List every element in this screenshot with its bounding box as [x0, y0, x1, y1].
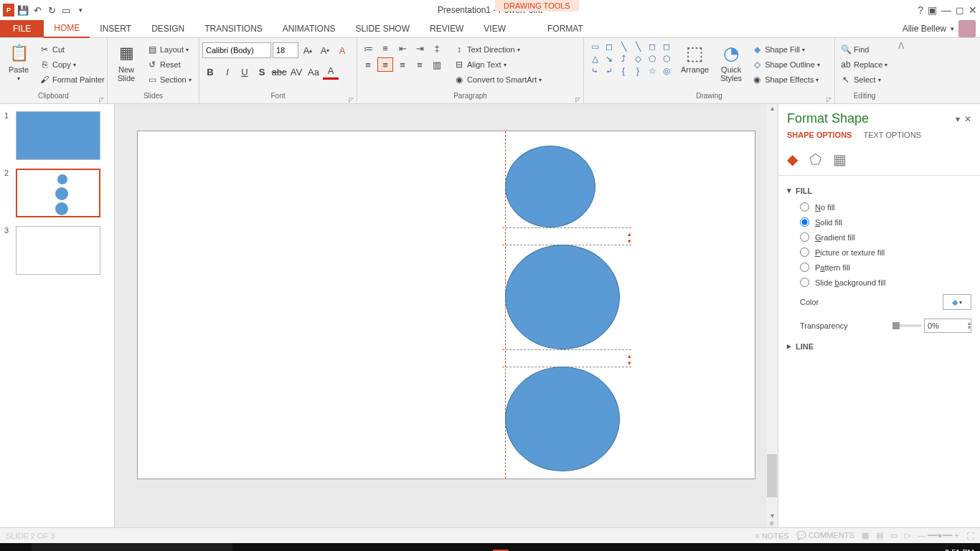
slideshow-icon[interactable]: ▭: [60, 4, 72, 16]
justify-icon[interactable]: ≡: [412, 57, 428, 72]
tab-design[interactable]: DESIGN: [141, 20, 194, 37]
shape-effects-button[interactable]: ◉Shape Effects▾: [749, 72, 822, 87]
decrease-font-icon[interactable]: A▾: [317, 42, 333, 58]
convert-smartart-button[interactable]: ◉Convert to SmartArt▾: [451, 72, 544, 87]
undo-icon[interactable]: ↶: [32, 4, 43, 16]
tab-home[interactable]: HOME: [44, 19, 90, 38]
avatar[interactable]: [958, 20, 976, 37]
bullets-icon[interactable]: ≔: [360, 41, 376, 55]
align-text-button[interactable]: ⊟Align Text▾: [451, 57, 544, 72]
maximize-icon[interactable]: ◻: [956, 4, 964, 16]
shape-oval-3[interactable]: [505, 367, 620, 471]
thumbnail-2[interactable]: 2: [4, 169, 110, 217]
help-icon[interactable]: ?: [918, 4, 923, 16]
no-fill-radio[interactable]: NNo fillo fill: [787, 199, 971, 215]
comments-button[interactable]: 💬 COMMENTS: [796, 531, 854, 540]
edge-icon[interactable]: e: [296, 543, 327, 551]
tab-animations[interactable]: ANIMATIONS: [273, 20, 346, 37]
close-icon[interactable]: ✕: [969, 4, 977, 16]
char-spacing-icon[interactable]: AV: [288, 64, 304, 80]
shape-fill-button[interactable]: ◆Shape Fill▾: [749, 42, 822, 57]
pane-close-icon[interactable]: ✕: [964, 114, 971, 124]
shape-options-tab[interactable]: SHAPE OPTIONS: [787, 131, 852, 142]
outlook-icon[interactable]: ✉: [390, 543, 422, 551]
tab-review[interactable]: REVIEW: [420, 20, 473, 37]
user-name[interactable]: Allie Bellew: [903, 24, 946, 34]
cut-button[interactable]: ✂Cut: [37, 42, 107, 57]
transparency-input[interactable]: 0%▴▾: [924, 319, 971, 333]
tab-slideshow[interactable]: SLIDE SHOW: [346, 20, 420, 37]
new-slide-button[interactable]: ▦ New Slide: [110, 39, 142, 85]
align-left-icon[interactable]: ≡: [360, 57, 376, 72]
increase-indent-icon[interactable]: ⇥: [412, 41, 428, 55]
shadow-button[interactable]: S: [254, 64, 270, 80]
shape-oval-2[interactable]: [505, 245, 620, 349]
find-button[interactable]: 🔍Find: [838, 42, 890, 57]
increase-font-icon[interactable]: A▴: [300, 42, 316, 58]
paste-button[interactable]: 📋 Paste ▾: [3, 39, 34, 85]
tab-view[interactable]: VIEW: [473, 20, 516, 37]
clipboard-launcher-icon[interactable]: ◸: [99, 96, 104, 103]
align-center-icon[interactable]: ≡: [377, 57, 393, 72]
fill-color-button[interactable]: ◆▾: [943, 294, 971, 310]
font-launcher-icon[interactable]: ◸: [349, 96, 354, 103]
replace-button[interactable]: abReplace▾: [838, 57, 890, 72]
solid-fill-radio[interactable]: Solid fill: [787, 215, 971, 230]
snip-icon[interactable]: ✂: [422, 543, 453, 551]
system-clock[interactable]: 2:51 PM 8/19/2015: [939, 548, 974, 551]
folder-icon[interactable]: 📁: [327, 543, 359, 551]
line-spacing-icon[interactable]: ‡: [429, 41, 445, 55]
section-button[interactable]: ▭Section▾: [144, 72, 194, 87]
tab-transitions[interactable]: TRANSITIONS: [194, 20, 273, 37]
pane-options-icon[interactable]: ▾: [956, 114, 960, 124]
font-family-combo[interactable]: [202, 42, 271, 58]
strikethrough-button[interactable]: abc: [271, 64, 287, 80]
underline-button[interactable]: U: [237, 64, 253, 80]
thumbnail-1[interactable]: 1: [4, 111, 110, 160]
picture-fill-radio[interactable]: Picture or texture fill: [787, 245, 971, 260]
notes-button[interactable]: ≡ NOTES: [755, 532, 788, 540]
fill-section-toggle[interactable]: ▾FILL: [787, 182, 971, 199]
cortana-search[interactable]: ◯ Ask me anything: [32, 543, 232, 551]
columns-icon[interactable]: ▥: [429, 57, 445, 72]
reset-button[interactable]: ↺Reset: [144, 57, 194, 72]
reading-view-icon[interactable]: ▭: [890, 531, 897, 540]
thumbnail-3[interactable]: 3: [4, 226, 110, 275]
store-icon[interactable]: 🛍: [359, 543, 390, 551]
layout-button[interactable]: ▤Layout▾: [144, 42, 194, 57]
skype-icon[interactable]: S: [453, 543, 485, 551]
effects-icon[interactable]: ⬠: [809, 151, 821, 168]
transparency-slider[interactable]: [892, 324, 921, 327]
ribbon-options-icon[interactable]: ▣: [928, 4, 937, 16]
copy-button[interactable]: ⎘Copy▾: [37, 57, 107, 72]
slideshow-view-icon[interactable]: ▷: [905, 531, 910, 540]
size-properties-icon[interactable]: ▦: [833, 151, 847, 168]
line-section-toggle[interactable]: ▸LINE: [787, 337, 971, 355]
font-color-icon[interactable]: A: [323, 64, 339, 80]
clear-formatting-icon[interactable]: A: [334, 42, 350, 58]
qat-dropdown-icon[interactable]: ▾: [75, 4, 86, 16]
sorter-view-icon[interactable]: ▤: [876, 531, 883, 540]
slide-bg-fill-radio[interactable]: Slide background fill: [787, 275, 971, 290]
arrange-button[interactable]: ⬚ Arrange: [677, 39, 713, 77]
fill-line-icon[interactable]: ◆: [787, 151, 798, 168]
minimize-icon[interactable]: —: [941, 4, 951, 16]
shape-outline-button[interactable]: ◇Shape Outline▾: [749, 57, 822, 72]
paragraph-launcher-icon[interactable]: ◸: [575, 96, 580, 103]
quick-styles-button[interactable]: ◔ Quick Styles: [715, 39, 747, 85]
shape-oval-1[interactable]: [505, 146, 595, 227]
fit-to-window-icon[interactable]: ⛶: [966, 532, 974, 540]
drawing-launcher-icon[interactable]: ◸: [826, 96, 831, 103]
font-size-combo[interactable]: [273, 42, 298, 58]
powerpoint-taskbar-icon[interactable]: P: [485, 543, 517, 551]
align-right-icon[interactable]: ≡: [395, 57, 410, 72]
file-explorer-icon[interactable]: 🗀: [264, 543, 296, 551]
start-button[interactable]: ⊞: [0, 543, 32, 551]
slide-counter[interactable]: SLIDE 2 OF 3: [6, 532, 55, 540]
redo-icon[interactable]: ↻: [46, 4, 57, 16]
normal-view-icon[interactable]: ▦: [862, 531, 869, 540]
zoom-slider[interactable]: — ━━●━━ +: [918, 531, 959, 540]
select-button[interactable]: ↖Select▾: [838, 72, 890, 87]
italic-button[interactable]: I: [220, 64, 235, 80]
change-case-icon[interactable]: Aa: [306, 64, 321, 80]
